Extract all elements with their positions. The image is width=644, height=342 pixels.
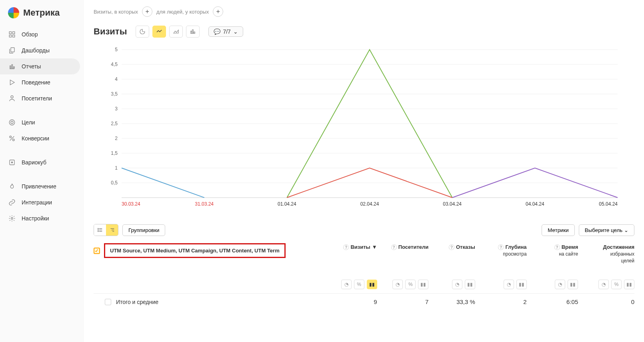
table-header: UTM Source, UTM Medium, UTM Campaign, UT… xyxy=(94,243,634,264)
nav-reports[interactable]: Отчеты xyxy=(0,58,80,74)
series-count-label: 7/7 xyxy=(223,28,230,35)
add-visits-filter-button[interactable]: + xyxy=(142,6,152,17)
svg-point-53 xyxy=(98,230,98,230)
choose-goal-label: Выберите цель xyxy=(585,227,622,233)
col-visits[interactable]: ?Визиты ▼ xyxy=(334,243,377,264)
bars-icon[interactable]: ▮▮ xyxy=(516,280,527,289)
series-count-button[interactable]: 💬 7/7 ⌄ xyxy=(208,26,243,37)
sidebar: Метрика Обзор Дашборды Отчеты Поведение … xyxy=(0,0,84,342)
nav-settings[interactable]: Настройки xyxy=(0,210,84,226)
nav-conversions[interactable]: Конверсии xyxy=(0,130,84,146)
grid-icon xyxy=(8,30,16,38)
svg-point-10 xyxy=(9,120,15,125)
nav-label: Отчеты xyxy=(22,63,41,70)
sort-desc-icon: ▼ xyxy=(372,244,377,250)
nav-overview[interactable]: Обзор xyxy=(0,26,84,42)
nav-behavior[interactable]: Поведение xyxy=(0,74,84,90)
groupings-button[interactable]: Группировки xyxy=(122,224,165,236)
add-people-filter-button[interactable]: + xyxy=(213,6,223,17)
select-all-checkbox[interactable] xyxy=(94,248,100,254)
grouping-label-highlight: UTM Source, UTM Medium, UTM Campaign, UT… xyxy=(104,243,286,258)
svg-text:2: 2 xyxy=(115,136,118,141)
nav-acquisition[interactable]: Привлечение xyxy=(0,178,84,194)
percent-icon[interactable]: % xyxy=(354,280,364,289)
nav-label: Привлечение xyxy=(22,183,56,190)
nav-label: Цели xyxy=(22,119,35,126)
square-icon xyxy=(8,158,16,166)
nav-dashboards[interactable]: Дашборды xyxy=(0,42,84,58)
app-name: Метрика xyxy=(23,8,60,18)
row-checkbox[interactable] xyxy=(105,299,111,305)
nav-variokub[interactable]: Вариокуб xyxy=(0,154,84,170)
cell-visitors: 7 xyxy=(380,298,429,305)
tree-view-icon[interactable] xyxy=(106,224,118,236)
col-visitors[interactable]: ?Посетители xyxy=(380,243,429,264)
nav-goals[interactable]: Цели xyxy=(0,114,84,130)
main-content: Визиты, в которых + для людей, у которых… xyxy=(84,0,644,342)
svg-text:04.04.24: 04.04.24 xyxy=(526,201,544,207)
pie-icon[interactable]: ◔ xyxy=(504,280,514,289)
target-icon xyxy=(8,118,16,126)
col-goals[interactable]: Достижения избранных целей xyxy=(581,243,634,264)
nav-visitors[interactable]: Посетители xyxy=(0,90,84,106)
percent-icon[interactable]: % xyxy=(611,280,622,289)
svg-text:3,5: 3,5 xyxy=(111,91,118,97)
nav-label: Поведение xyxy=(22,79,50,86)
svg-point-16 xyxy=(12,162,13,163)
nav-label: Обзор xyxy=(22,31,38,38)
bars-icon[interactable]: ▮▮ xyxy=(367,280,377,289)
svg-text:30.03.24: 30.03.24 xyxy=(122,201,140,207)
col-bounces[interactable]: ?Отказы xyxy=(432,243,475,264)
percent-icon[interactable]: % xyxy=(405,280,416,289)
svg-rect-3 xyxy=(13,35,15,37)
column-chart-icon[interactable] xyxy=(186,26,200,38)
list-view-icon[interactable] xyxy=(94,224,106,236)
svg-rect-20 xyxy=(194,32,195,34)
svg-text:3: 3 xyxy=(115,106,118,112)
pie-icon[interactable]: ◔ xyxy=(555,280,565,289)
filter-row: Визиты, в которых + для людей, у которых… xyxy=(94,6,634,17)
svg-text:4,5: 4,5 xyxy=(111,62,118,67)
logo-icon xyxy=(8,7,19,18)
svg-rect-0 xyxy=(9,32,11,34)
svg-text:5: 5 xyxy=(115,47,118,52)
nav-label: Интеграции xyxy=(22,199,52,206)
logo[interactable]: Метрика xyxy=(0,7,84,26)
svg-text:0,5: 0,5 xyxy=(111,180,118,186)
metrics-button[interactable]: Метрики xyxy=(542,224,574,236)
cell-visits: 9 xyxy=(334,298,377,305)
view-segment xyxy=(94,224,118,236)
svg-point-17 xyxy=(11,218,13,220)
chart[interactable]: 0,511,522,533,544,5530.03.2431.03.2401.0… xyxy=(110,46,634,206)
nav-integrations[interactable]: Интеграции xyxy=(0,194,84,210)
svg-rect-5 xyxy=(10,66,11,68)
pie-chart-icon[interactable] xyxy=(136,26,149,38)
bars-icon[interactable]: ▮▮ xyxy=(418,280,428,289)
svg-marker-8 xyxy=(10,80,15,85)
pie-icon[interactable]: ◔ xyxy=(452,280,462,289)
choose-goal-button[interactable]: Выберите цель ⌄ xyxy=(579,224,634,236)
svg-rect-1 xyxy=(13,32,15,34)
svg-point-14 xyxy=(13,139,15,141)
svg-text:05.04.24: 05.04.24 xyxy=(599,201,618,207)
pie-icon[interactable]: ◔ xyxy=(392,280,403,289)
chevron-down-icon: ⌄ xyxy=(624,227,628,233)
svg-text:4: 4 xyxy=(115,76,118,82)
nav-label: Дашборды xyxy=(22,47,50,54)
bars-icon[interactable]: ▮▮ xyxy=(465,280,475,289)
pie-icon[interactable]: ◔ xyxy=(598,280,609,289)
gear-icon xyxy=(8,214,16,222)
area-chart-icon[interactable] xyxy=(169,26,183,38)
bars-icon[interactable]: ▮▮ xyxy=(568,280,578,289)
chart-toolbar: Визиты 💬 7/7 ⌄ xyxy=(94,26,634,38)
pie-icon[interactable]: ◔ xyxy=(341,280,352,289)
line-chart-icon[interactable] xyxy=(152,26,166,38)
bars-icon[interactable]: ▮▮ xyxy=(624,280,634,289)
svg-rect-2 xyxy=(9,35,11,37)
svg-text:01.04.24: 01.04.24 xyxy=(278,201,296,207)
link-icon xyxy=(8,198,16,206)
col-time[interactable]: ?Время на сайте xyxy=(530,243,578,264)
svg-rect-19 xyxy=(192,30,194,33)
svg-text:02.04.24: 02.04.24 xyxy=(360,201,379,207)
col-depth[interactable]: ?Глубина просмотра xyxy=(478,243,527,264)
